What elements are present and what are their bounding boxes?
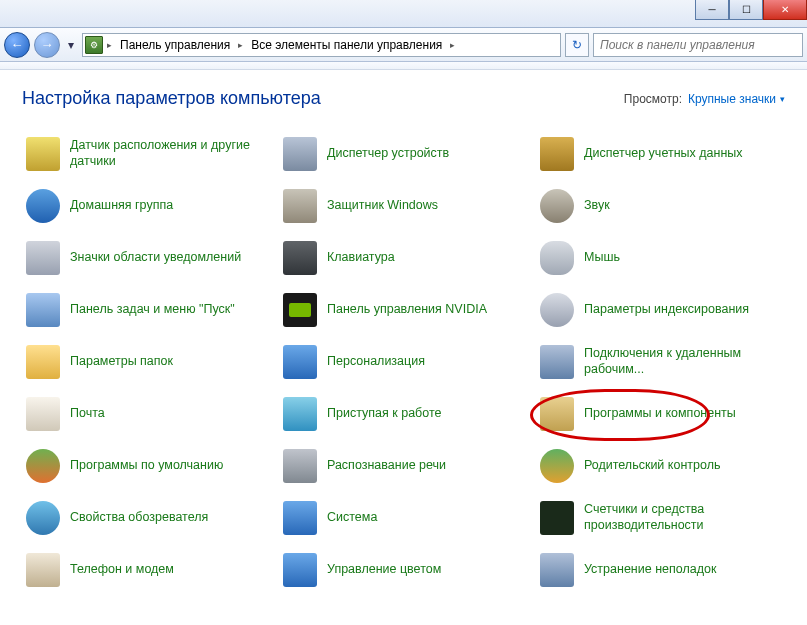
item-label: Устранение неполадок	[584, 562, 716, 578]
control-panel-item[interactable]: Распознавание речи	[279, 445, 528, 487]
navigation-bar: ← → ▾ ⚙ ▸ Панель управления ▸ Все элемен…	[0, 28, 807, 62]
ic-creds-icon	[540, 137, 574, 171]
control-panel-item[interactable]: Датчик расположения и другие датчики	[22, 133, 271, 175]
address-bar[interactable]: ⚙ ▸ Панель управления ▸ Все элементы пан…	[82, 33, 561, 57]
item-label: Защитник Windows	[327, 198, 438, 214]
item-label: Подключения к удаленным рабочим...	[584, 346, 781, 377]
control-panel-item[interactable]: Параметры папок	[22, 341, 271, 383]
ic-mouse-icon	[540, 241, 574, 275]
item-label: Родительский контроль	[584, 458, 720, 474]
control-panel-item[interactable]: Подключения к удаленным рабочим...	[536, 341, 785, 383]
item-label: Датчик расположения и другие датчики	[70, 138, 267, 169]
item-label: Свойства обозревателя	[70, 510, 208, 526]
view-selector: Просмотр: Крупные значки ▾	[624, 92, 785, 106]
breadcrumb-seg-all-items[interactable]: Все элементы панели управления	[247, 34, 446, 56]
chevron-right-icon[interactable]: ▸	[105, 40, 114, 50]
close-button[interactable]: ✕	[763, 0, 807, 20]
control-panel-item[interactable]: Программы и компоненты	[536, 393, 785, 435]
control-panel-item[interactable]: Диспетчер учетных данных	[536, 133, 785, 175]
control-panel-item[interactable]: Приступая к работе	[279, 393, 528, 435]
control-panel-item[interactable]: Система	[279, 497, 528, 539]
item-label: Мышь	[584, 250, 620, 266]
control-panel-item[interactable]: Счетчики и средства производительности	[536, 497, 785, 539]
refresh-button[interactable]: ↻	[565, 33, 589, 57]
item-label: Клавиатура	[327, 250, 395, 266]
item-label: Программы и компоненты	[584, 406, 736, 422]
title-bar: ─ ☐ ✕	[0, 0, 807, 28]
toolbar-separator	[0, 62, 807, 70]
ic-personal-icon	[283, 345, 317, 379]
view-label: Просмотр:	[624, 92, 682, 106]
control-panel-item[interactable]: Диспетчер устройств	[279, 133, 528, 175]
minimize-button[interactable]: ─	[695, 0, 729, 20]
item-label: Приступая к работе	[327, 406, 441, 422]
ic-speech-icon	[283, 449, 317, 483]
control-panel-item[interactable]: Управление цветом	[279, 549, 528, 591]
control-panel-item[interactable]: Клавиатура	[279, 237, 528, 279]
item-label: Звук	[584, 198, 610, 214]
item-label: Персонализация	[327, 354, 425, 370]
ic-index-icon	[540, 293, 574, 327]
forward-button[interactable]: →	[34, 32, 60, 58]
ic-devmgr-icon	[283, 137, 317, 171]
ic-nvidia-icon	[283, 293, 317, 327]
control-panel-item[interactable]: Родительский контроль	[536, 445, 785, 487]
item-label: Параметры папок	[70, 354, 173, 370]
back-button[interactable]: ←	[4, 32, 30, 58]
item-label: Распознавание речи	[327, 458, 446, 474]
ic-defprogs-icon	[26, 449, 60, 483]
control-panel-item[interactable]: Домашняя группа	[22, 185, 271, 227]
item-label: Домашняя группа	[70, 198, 173, 214]
view-value: Крупные значки	[688, 92, 776, 106]
ic-color-icon	[283, 553, 317, 587]
window-controls: ─ ☐ ✕	[695, 0, 807, 20]
ic-sensor-icon	[26, 137, 60, 171]
item-label: Система	[327, 510, 377, 526]
item-label: Счетчики и средства производительности	[584, 502, 781, 533]
control-panel-item[interactable]: Почта	[22, 393, 271, 435]
control-panel-item[interactable]: Персонализация	[279, 341, 528, 383]
item-label: Программы по умолчанию	[70, 458, 223, 474]
control-panel-icon: ⚙	[85, 36, 103, 54]
item-label: Диспетчер учетных данных	[584, 146, 743, 162]
ic-folder-icon	[26, 345, 60, 379]
control-panel-item[interactable]: Параметры индексирования	[536, 289, 785, 331]
control-panel-item[interactable]: Звук	[536, 185, 785, 227]
control-panel-item[interactable]: Панель управления NVIDIA	[279, 289, 528, 331]
ic-perf-icon	[540, 501, 574, 535]
control-panel-item[interactable]: Свойства обозревателя	[22, 497, 271, 539]
ic-mail-icon	[26, 397, 60, 431]
control-panel-item[interactable]: Значки области уведомлений	[22, 237, 271, 279]
control-panel-item[interactable]: Телефон и модем	[22, 549, 271, 591]
content-area: Настройка параметров компьютера Просмотр…	[0, 70, 807, 601]
control-panel-item[interactable]: Устранение неполадок	[536, 549, 785, 591]
control-panel-item[interactable]: Мышь	[536, 237, 785, 279]
ic-progs-icon	[540, 397, 574, 431]
ic-homegrp-icon	[26, 189, 60, 223]
ic-tray-icon	[26, 241, 60, 275]
chevron-right-icon[interactable]: ▸	[236, 40, 245, 50]
maximize-button[interactable]: ☐	[729, 0, 763, 20]
search-input[interactable]	[593, 33, 803, 57]
ic-getstart-icon	[283, 397, 317, 431]
ic-phone-icon	[26, 553, 60, 587]
ic-parent-icon	[540, 449, 574, 483]
item-label: Панель задач и меню "Пуск"	[70, 302, 235, 318]
ic-inet-icon	[26, 501, 60, 535]
item-label: Телефон и модем	[70, 562, 174, 578]
page-title: Настройка параметров компьютера	[22, 88, 321, 109]
header-row: Настройка параметров компьютера Просмотр…	[22, 88, 785, 109]
ic-trouble-icon	[540, 553, 574, 587]
control-panel-item[interactable]: Панель задач и меню "Пуск"	[22, 289, 271, 331]
item-label: Параметры индексирования	[584, 302, 749, 318]
control-panel-item[interactable]: Защитник Windows	[279, 185, 528, 227]
chevron-right-icon[interactable]: ▸	[448, 40, 457, 50]
ic-remote-icon	[540, 345, 574, 379]
ic-taskbar-icon	[26, 293, 60, 327]
control-panel-item[interactable]: Программы по умолчанию	[22, 445, 271, 487]
breadcrumb-seg-control-panel[interactable]: Панель управления	[116, 34, 234, 56]
item-label: Почта	[70, 406, 105, 422]
view-dropdown[interactable]: Крупные значки ▾	[688, 92, 785, 106]
item-label: Управление цветом	[327, 562, 441, 578]
history-dropdown[interactable]: ▾	[64, 38, 78, 52]
